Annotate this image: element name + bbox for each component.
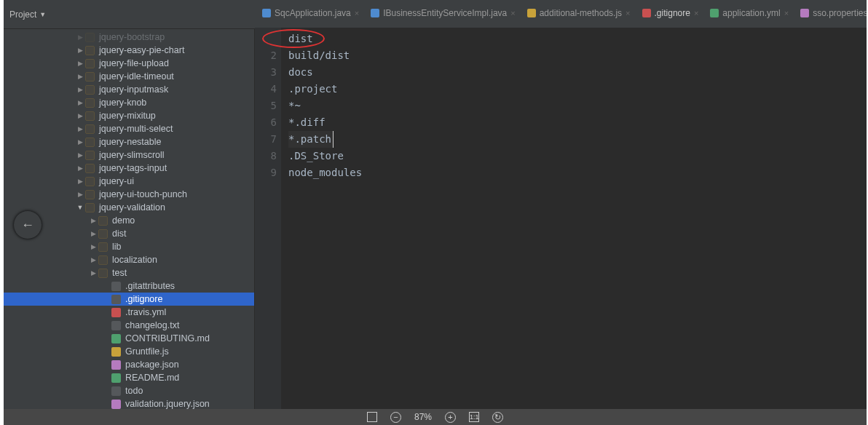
zoom-in-button[interactable]: + [445,412,456,423]
editor-tab[interactable]: sso.properties× [796,6,867,22]
rotate-button[interactable]: ↻ [492,412,503,423]
tree-folder[interactable]: ▶jquery-ui-touch-punch [4,188,254,201]
tree-folder[interactable]: ▼jquery-validation [4,201,254,214]
code-line[interactable]: docs [288,64,867,81]
tree-folder[interactable]: ▶localization [4,253,254,266]
tree-item-label: changelog.txt [125,320,179,330]
code-line[interactable]: *~ [288,98,867,114]
chevron-right-icon[interactable]: ▶ [90,217,97,224]
minus-icon: − [390,412,401,423]
project-tool-text: Project [9,9,36,20]
chevron-right-icon[interactable]: ▶ [90,269,97,277]
tab-label: sso.properties [813,8,867,18]
tree-folder[interactable]: ▶jquery-file-upload [4,57,254,70]
fit-page-button[interactable] [367,412,377,422]
tree-file[interactable]: changelog.txt [4,319,254,332]
code-line[interactable]: node_modules [288,164,867,181]
tree-file[interactable]: Gruntfile.js [4,345,254,358]
chevron-right-icon[interactable]: ▶ [76,47,84,54]
tree-folder[interactable]: ▶dist [4,227,254,240]
zoom-out-button[interactable]: − [390,412,401,423]
chevron-right-icon[interactable]: ▶ [76,164,84,172]
chevron-right-icon[interactable]: ▶ [76,178,84,185]
tree-folder[interactable]: ▶test [4,266,254,279]
actual-size-button[interactable]: 1:1 [469,412,479,422]
project-tool-label[interactable]: Project ▼ [5,8,50,21]
tree-folder[interactable]: ▶lib [4,240,254,253]
code-line[interactable]: dist [288,31,867,47]
line-number: 2 [255,47,277,64]
close-icon[interactable]: × [510,9,515,17]
editor-tabs: SqcApplication.java×IBusinessEntityServi… [255,0,867,28]
chevron-right-icon[interactable]: ▶ [76,191,84,198]
tree-folder[interactable]: ▶jquery-easy-pie-chart [4,44,254,57]
tree-folder[interactable]: ▶jquery-nestable [4,135,254,148]
editor-code[interactable]: distbuild/distdocs.project*~*.diff*.patc… [281,28,867,409]
editor-tab[interactable]: IBusinessEntityServiceImpl.java× [366,6,520,22]
editor-tab[interactable]: application.yml× [706,6,793,22]
editor-tab[interactable]: additional-methods.js× [523,6,635,22]
chevron-right-icon[interactable]: ▶ [76,86,84,93]
chevron-right-icon[interactable]: ▶ [76,60,84,67]
chevron-right-icon[interactable]: ▶ [76,33,84,41]
json-icon [111,400,121,409]
code-line[interactable]: build/dist [288,47,867,64]
tree-file[interactable]: .gitattributes [4,279,254,293]
chevron-right-icon[interactable]: ▶ [90,243,97,250]
folder-icon [85,138,95,147]
tree-item-label: lib [112,242,122,252]
chevron-down-icon[interactable]: ▼ [76,204,84,211]
tree-folder[interactable]: ▶jquery-mixitup [4,109,254,122]
code-line[interactable]: *.patch [288,131,867,148]
chevron-down-icon: ▼ [39,11,46,18]
editor-tab[interactable]: SqcApplication.java× [258,6,363,22]
chevron-right-icon[interactable]: ▶ [90,256,97,263]
tree-folder[interactable]: ▶jquery-bootstrap [4,31,254,44]
chevron-right-icon[interactable]: ▶ [76,151,84,159]
tree-item-label: .gitattributes [125,281,175,291]
md-icon [111,373,121,383]
tree-file[interactable]: package.json [4,358,254,371]
tree-item-label: jquery-ui [99,176,134,186]
collapse-handle[interactable]: ← [14,211,42,239]
folder-icon [85,85,95,95]
code-line[interactable]: .DS_Store [288,148,867,164]
close-icon[interactable]: × [355,9,359,17]
tree-file[interactable]: .travis.yml [4,306,254,319]
close-icon[interactable]: × [694,9,698,17]
file-icon [111,321,121,330]
md-icon [111,334,121,343]
chevron-right-icon[interactable]: ▶ [90,230,97,237]
tree-file[interactable]: .gitignore [4,293,254,306]
folder-icon [85,111,95,121]
chevron-right-icon[interactable]: ▶ [76,125,84,132]
ratio-icon: 1:1 [469,412,479,422]
chevron-right-icon[interactable]: ▶ [76,112,84,119]
tab-label: SqcApplication.java [275,8,351,18]
tree-folder[interactable]: ▶jquery-tags-input [4,162,254,175]
tree-item-label: validation.jquery.json [125,399,210,409]
js-icon [111,347,121,357]
tree-folder[interactable]: ▶jquery-knob [4,96,254,109]
chevron-right-icon[interactable]: ▶ [76,138,84,146]
tree-file[interactable]: CONTRIBUTING.md [4,332,254,345]
tree-file[interactable]: todo [4,384,254,397]
rotate-icon: ↻ [492,412,503,423]
close-icon[interactable]: × [626,9,630,17]
tree-folder[interactable]: ▶jquery-slimscroll [4,148,254,162]
tree-item-label: localization [112,255,157,265]
tree-item-label: README.md [125,373,179,383]
code-line[interactable]: *.diff [288,114,867,131]
code-line[interactable]: .project [288,81,867,98]
chevron-right-icon[interactable]: ▶ [76,99,84,106]
tab-label: additional-methods.js [540,8,622,18]
chevron-right-icon[interactable]: ▶ [76,73,84,80]
tree-folder[interactable]: ▶jquery-inputmask [4,83,254,96]
close-icon[interactable]: × [784,9,789,17]
tree-folder[interactable]: ▶jquery-idle-timeout [4,70,254,83]
tree-folder[interactable]: ▶jquery-multi-select [4,122,254,135]
tree-file[interactable]: README.md [4,371,254,384]
folder-icon [85,59,95,68]
editor-tab[interactable]: .gitignore× [638,6,703,22]
tree-folder[interactable]: ▶jquery-ui [4,175,254,188]
